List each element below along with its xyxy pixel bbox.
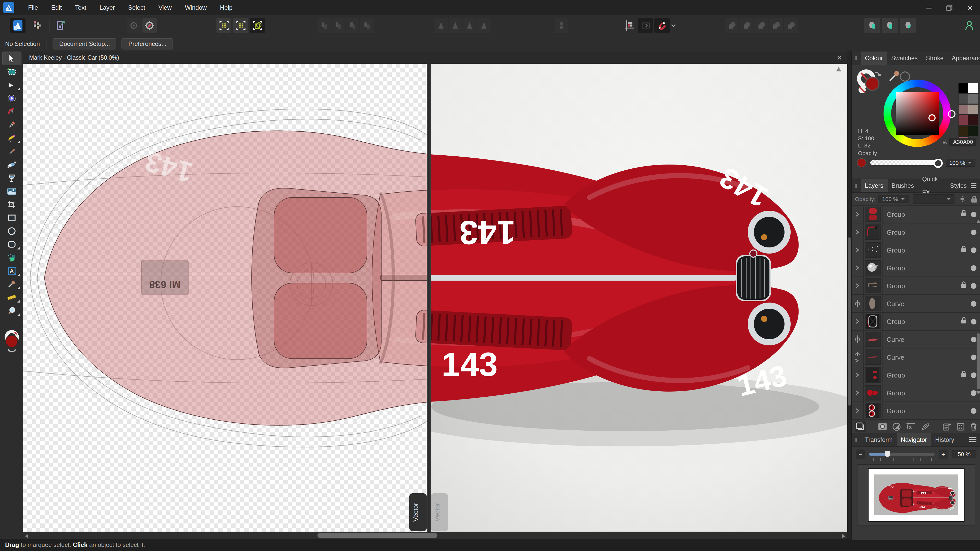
colour-panel-tab-colour[interactable]: Colour <box>861 52 887 65</box>
layer-row[interactable]: Curve <box>852 348 980 366</box>
layers-panel-grip-icon[interactable]: ‖ <box>852 183 861 189</box>
rounded-rectangle-tool[interactable] <box>2 238 21 251</box>
snapping-ruler-button[interactable] <box>622 18 637 33</box>
toggle-guides-button[interactable] <box>127 18 141 33</box>
layer-label[interactable]: Curve <box>882 348 971 366</box>
swatch[interactable] <box>958 83 969 94</box>
layer-label[interactable]: Group <box>882 313 961 330</box>
swatch[interactable] <box>968 125 978 136</box>
account-button[interactable] <box>962 18 977 33</box>
layer-label[interactable]: Curve <box>882 330 971 348</box>
layer-label[interactable]: Group <box>882 241 961 259</box>
layers-scrollbar[interactable] <box>977 220 980 409</box>
horizontal-scrollbar[interactable] <box>23 532 847 539</box>
layers-panel-tab-styles[interactable]: Styles <box>946 179 971 192</box>
layer-visibility-toggle[interactable] <box>971 283 977 289</box>
ellipse-tool[interactable] <box>2 224 21 237</box>
maximize-button[interactable] <box>939 0 959 15</box>
layer-thumbnail[interactable] <box>865 260 881 275</box>
layer-label[interactable]: Group <box>882 402 971 419</box>
layers-scroll-thumb[interactable] <box>977 333 980 389</box>
layer-label[interactable]: Curve <box>882 295 971 312</box>
layer-thumbnail[interactable] <box>865 206 881 222</box>
layers-lock-icon[interactable] <box>971 195 977 203</box>
adjustment-layer-icon[interactable] <box>892 422 900 431</box>
vector-brush-tool[interactable] <box>2 145 21 158</box>
layer-visibility-toggle[interactable] <box>971 372 977 378</box>
zoom-in-button[interactable]: + <box>939 449 948 459</box>
selection-box-mode-3[interactable] <box>250 18 265 33</box>
colour-picker-tool[interactable] <box>2 278 21 290</box>
navigator-preview[interactable] <box>857 464 975 526</box>
layer-row[interactable]: Group <box>852 313 980 330</box>
swatch[interactable] <box>958 104 969 115</box>
layer-visibility-toggle[interactable] <box>971 354 977 360</box>
hex-input[interactable]: A30A00 <box>950 138 977 146</box>
swatch[interactable] <box>968 83 978 94</box>
export-persona-button[interactable] <box>53 18 68 33</box>
insert-target-button-3[interactable] <box>900 18 916 33</box>
pen-tool[interactable] <box>2 118 21 131</box>
expand-chevron-icon[interactable] <box>852 241 864 259</box>
layer-row[interactable]: Curve <box>852 295 980 313</box>
curve-node-icon[interactable] <box>852 330 864 348</box>
selection-box-mode-2[interactable] <box>233 18 248 33</box>
vector-crop-tool[interactable] <box>2 198 21 211</box>
menu-edit[interactable]: Edit <box>45 0 68 15</box>
place-image-tool[interactable] <box>2 185 21 197</box>
layer-thumbnail[interactable] <box>865 332 881 347</box>
zoom-value-box[interactable]: 50 % <box>952 450 977 458</box>
move-tool[interactable] <box>2 52 21 65</box>
layer-lock-icon[interactable] <box>961 281 967 290</box>
fill-stroke-well[interactable] <box>2 330 21 351</box>
curve-node-icon[interactable] <box>852 295 864 312</box>
layer-thumbnail[interactable] <box>865 314 881 329</box>
minimize-button[interactable] <box>919 0 939 15</box>
layers-scroll-down-icon[interactable] <box>977 391 980 394</box>
layer-label[interactable]: Group <box>882 206 961 223</box>
mesh-warp-icon[interactable] <box>921 422 930 431</box>
layers-panel-tab-layers[interactable]: Layers <box>861 179 887 192</box>
snapping-presets-button[interactable] <box>638 18 653 33</box>
hue-ring-marker[interactable] <box>948 110 956 118</box>
opacity-slider-knob[interactable] <box>934 159 943 168</box>
navigator-panel-tab-navigator[interactable]: Navigator <box>897 433 931 446</box>
layers-scroll-up-icon[interactable] <box>977 220 980 223</box>
swatch[interactable] <box>968 94 978 104</box>
layer-row[interactable]: Group <box>852 224 980 241</box>
navigator-panel-tab-transform[interactable]: Transform <box>861 433 897 446</box>
colour-panel-grip-icon[interactable]: ‖ <box>852 55 861 61</box>
zoom-slider[interactable] <box>869 453 935 455</box>
rectangle-tool[interactable] <box>2 211 21 224</box>
layer-thumbnail[interactable] <box>865 367 881 383</box>
preferences-button[interactable]: Preferences... <box>122 38 173 49</box>
layer-thumbnail[interactable] <box>865 278 881 293</box>
fill-stroke-indicator[interactable] <box>856 69 883 95</box>
zoom-out-button[interactable]: − <box>856 449 865 459</box>
layer-thumbnail[interactable] <box>865 224 881 240</box>
opacity-value-box[interactable]: 100 % <box>946 159 975 167</box>
expand-chevron-icon[interactable] <box>852 259 864 276</box>
layers-panel-tab-brushes[interactable]: Brushes <box>887 179 918 192</box>
layers-panel-tab-quick-fx[interactable]: Quick FX <box>918 172 946 199</box>
layer-row[interactable]: Group <box>852 277 980 295</box>
expand-chevron-icon[interactable] <box>852 366 864 384</box>
designer-persona-button[interactable] <box>10 18 25 33</box>
artistic-text-tool[interactable]: A <box>2 264 21 277</box>
corner-tool[interactable] <box>2 105 21 118</box>
insert-target-button-1[interactable] <box>864 18 880 33</box>
node-tool[interactable] <box>2 79 21 91</box>
layer-visibility-toggle[interactable] <box>971 390 977 395</box>
layer-label[interactable]: Group <box>882 259 971 276</box>
layer-visibility-toggle[interactable] <box>971 301 977 306</box>
layer-effects-fx-icon[interactable]: fx <box>906 422 915 431</box>
canvas-viewport[interactable]: MI 638 <box>23 64 847 532</box>
expand-chevron-icon[interactable] <box>852 206 864 223</box>
navigator-panel-tab-history[interactable]: History <box>931 433 958 446</box>
measure-tool[interactable] <box>2 291 21 303</box>
layer-visibility-toggle[interactable] <box>971 337 977 342</box>
colour-square[interactable] <box>896 92 939 135</box>
snapping-dropdown-chevron[interactable] <box>670 18 677 33</box>
layer-label[interactable]: Group <box>882 384 971 402</box>
layer-visibility-toggle[interactable] <box>971 229 977 235</box>
